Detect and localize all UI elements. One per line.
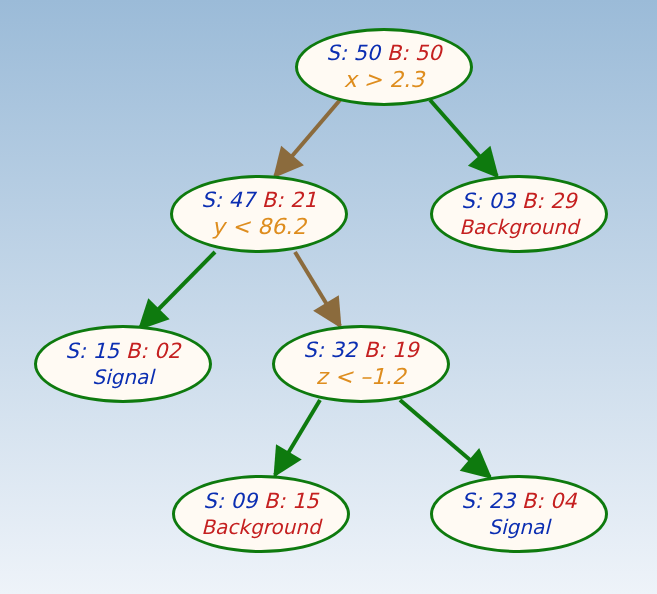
s-value: 23 <box>488 489 515 513</box>
svg-line-1 <box>430 100 497 176</box>
node-counts: S: 03 B: 29 <box>461 188 576 214</box>
b-label: B: <box>255 188 290 212</box>
node-lr: S: 32 B: 19 z < –1.2 <box>272 325 450 403</box>
s-label: S: <box>201 188 228 212</box>
s-value: 32 <box>330 338 357 362</box>
node-counts: S: 23 B: 04 <box>461 488 576 514</box>
b-value: 19 <box>392 338 419 362</box>
s-label: S: <box>461 489 488 513</box>
b-label: B: <box>119 339 154 363</box>
s-label: S: <box>303 338 330 362</box>
s-value: 09 <box>230 489 257 513</box>
b-label: B: <box>515 189 550 213</box>
split-condition: z < –1.2 <box>316 363 406 391</box>
node-lrl-leaf: S: 09 B: 15 Background <box>172 475 350 553</box>
s-label: S: <box>65 339 92 363</box>
b-value: 50 <box>415 41 442 65</box>
b-label: B: <box>257 489 292 513</box>
decision-tree: S: 50 B: 50 x > 2.3 S: 47 B: 21 y < 86.2… <box>0 0 657 594</box>
b-value: 15 <box>292 489 319 513</box>
svg-line-4 <box>275 400 320 475</box>
s-value: 15 <box>92 339 119 363</box>
svg-line-5 <box>400 400 490 477</box>
b-label: B: <box>515 489 550 513</box>
b-value: 02 <box>154 339 181 363</box>
node-counts: S: 09 B: 15 <box>203 488 318 514</box>
node-ll-leaf: S: 15 B: 02 Signal <box>34 325 212 403</box>
node-lrr-leaf: S: 23 B: 04 Signal <box>430 475 608 553</box>
node-counts: S: 47 B: 21 <box>201 187 316 213</box>
s-value: 47 <box>228 188 255 212</box>
b-label: B: <box>357 338 392 362</box>
s-label: S: <box>203 489 230 513</box>
svg-line-3 <box>295 252 340 326</box>
node-left: S: 47 B: 21 y < 86.2 <box>170 175 348 253</box>
b-label: B: <box>380 41 415 65</box>
class-label: Signal <box>488 515 549 540</box>
node-right-leaf: S: 03 B: 29 Background <box>430 175 608 253</box>
s-label: S: <box>461 189 488 213</box>
s-label: S: <box>326 41 353 65</box>
node-counts: S: 32 B: 19 <box>303 337 418 363</box>
s-value: 50 <box>353 41 380 65</box>
s-value: 03 <box>488 189 515 213</box>
b-value: 29 <box>550 189 577 213</box>
node-counts: S: 15 B: 02 <box>65 338 180 364</box>
class-label: Signal <box>92 365 153 390</box>
split-condition: y < 86.2 <box>212 213 306 241</box>
svg-line-0 <box>275 100 340 176</box>
b-value: 21 <box>290 188 317 212</box>
node-root: S: 50 B: 50 x > 2.3 <box>295 28 473 106</box>
class-label: Background <box>459 215 578 240</box>
b-value: 04 <box>550 489 577 513</box>
class-label: Background <box>201 515 320 540</box>
svg-line-2 <box>140 252 215 328</box>
split-condition: x > 2.3 <box>344 66 424 94</box>
node-counts: S: 50 B: 50 <box>326 40 441 66</box>
